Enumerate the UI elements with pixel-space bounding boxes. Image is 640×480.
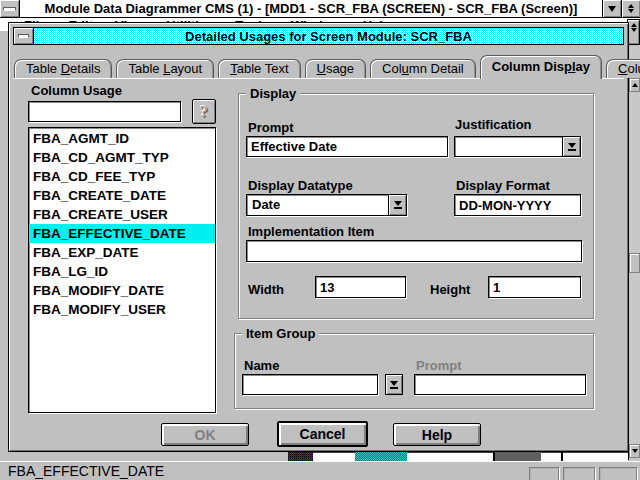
background-field [407, 452, 493, 461]
scroll-down-button[interactable] [629, 444, 640, 458]
tab-table-text[interactable]: Table Text [218, 59, 300, 78]
scroll-up-icon [632, 83, 638, 87]
restore-down-icon [628, 9, 634, 13]
vertical-scrollbar[interactable] [628, 46, 640, 460]
background-field-dark [495, 452, 541, 461]
scrollbar-thumb[interactable] [629, 253, 640, 273]
background-field [313, 452, 355, 461]
restore-button[interactable] [621, 0, 640, 17]
restore-up-icon [631, 23, 637, 27]
dialog-system-menu-button[interactable] [13, 27, 34, 45]
background-field-purple [288, 452, 313, 461]
restore-up-icon [628, 4, 634, 8]
tab-column-text[interactable]: Column Text [606, 59, 640, 78]
scroll-up-button[interactable] [629, 78, 640, 92]
tab-table-details[interactable]: Table Details [14, 59, 112, 78]
tab-column-display[interactable]: Column Display [480, 55, 602, 79]
system-menu-icon [18, 34, 29, 38]
status-panel-3 [599, 467, 637, 480]
detailed-usages-dialog: Detailed Usages for Screen Module: SCR_F… [8, 22, 629, 452]
tab-strip: Table DetailsTable LayoutTable TextUsage… [14, 54, 623, 78]
tab-column-detail[interactable]: Column Detail [370, 59, 476, 78]
restore-down-icon [631, 28, 637, 32]
background-form-strip [288, 452, 628, 461]
dialog-title-strip: Detailed Usages for Screen Module: SCR_F… [34, 27, 624, 45]
status-bar: FBA_EFFECTIVE_DATE [0, 461, 640, 480]
status-panel-2 [563, 467, 595, 480]
background-field [563, 452, 628, 461]
system-menu-icon [3, 7, 16, 11]
dialog-titlebar: Detailed Usages for Screen Module: SCR_F… [13, 27, 624, 45]
main-window-titlebar: Module Data Diagrammer CMS (1) - [MDD1 -… [0, 0, 640, 18]
minimize-button[interactable] [602, 0, 621, 17]
main-window-title: Module Data Diagrammer CMS (1) - [MDD1 -… [20, 0, 602, 17]
background-field-teal [355, 452, 407, 461]
scroll-down-icon [632, 449, 638, 453]
status-panel-1 [529, 467, 559, 480]
dialog-title: Detailed Usages for Screen Module: SCR_F… [185, 29, 472, 44]
tab-panel [13, 78, 624, 447]
minimize-icon [608, 6, 616, 12]
status-text: FBA_EFFECTIVE_DATE [8, 463, 164, 480]
tab-table-layout[interactable]: Table Layout [116, 59, 214, 78]
main-system-menu-button[interactable] [0, 0, 20, 17]
tab-usage[interactable]: Usage [305, 59, 367, 78]
background-field [541, 452, 561, 461]
